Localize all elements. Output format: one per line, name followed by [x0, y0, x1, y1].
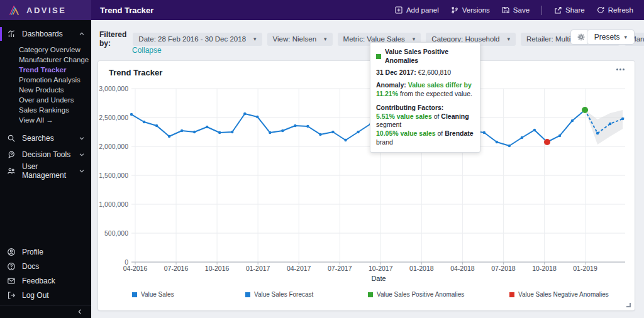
x-axis-label: 10-2018	[532, 265, 557, 272]
user-management-icon	[7, 167, 16, 175]
data-point-marker[interactable]	[357, 131, 359, 133]
decision-tools-icon	[7, 150, 16, 159]
chip-label: Date: 28 Feb 2016 - 30 Dec 2018	[138, 35, 246, 43]
sidebar-nav: DashboardsCategory OverviewManufacturer …	[0, 20, 91, 179]
sidebar-item-promotion-analysis[interactable]: Promotion Analysis	[0, 75, 91, 85]
negative-anomaly-marker[interactable]	[544, 139, 550, 145]
button-label: Versions	[462, 6, 490, 14]
tooltip-factors: 5.51% value sales of Cleaning segment10.…	[376, 112, 474, 147]
data-point-marker[interactable]	[130, 113, 133, 116]
caret-down-icon: ▾	[253, 36, 257, 42]
logo-text: ADVISE	[26, 6, 66, 15]
data-point-marker[interactable]	[231, 131, 233, 133]
data-point-marker[interactable]	[319, 133, 321, 136]
data-point-marker[interactable]	[218, 131, 221, 134]
data-point-marker[interactable]	[256, 116, 258, 118]
collapse-filters-link[interactable]: Collapse	[132, 46, 162, 55]
docs-icon	[7, 262, 16, 271]
app-logo[interactable]: ADVISE	[0, 0, 91, 20]
data-point-marker[interactable]	[521, 136, 523, 139]
versions-button[interactable]: Versions	[451, 6, 490, 14]
positive-anomaly-swatch	[376, 54, 381, 59]
data-point-marker[interactable]	[180, 129, 183, 132]
search-icon	[7, 134, 16, 143]
sidebar-item-user-management[interactable]: User Management	[0, 163, 91, 179]
topbar-divider	[541, 6, 542, 15]
data-point-marker[interactable]	[269, 131, 271, 134]
sidebar-item-manufacturer-change[interactable]: Manufacturer Change	[0, 55, 91, 65]
y-axis-label: 500,000	[104, 229, 128, 237]
x-axis-label: 01-2017	[246, 265, 270, 272]
panel-resize-handle[interactable]	[626, 303, 631, 307]
save-button[interactable]: Save	[502, 6, 530, 14]
share-icon	[554, 6, 562, 14]
sidebar-item-searches[interactable]: Searches	[0, 130, 91, 146]
data-point-marker[interactable]	[331, 131, 334, 133]
data-point-marker[interactable]	[243, 112, 246, 115]
legend-item-value-sales-forecast[interactable]: Value Sales Forecast	[245, 291, 313, 298]
sidebar-item-dashboards[interactable]: Dashboards	[0, 26, 91, 42]
versions-icon	[451, 6, 458, 14]
add-panel-button[interactable]: Add panel	[395, 6, 439, 14]
tooltip-anomaly-line: Anomaly: Value sales differ by 11.21% fr…	[376, 81, 474, 98]
sidebar-item-label: Log Out	[22, 291, 85, 300]
data-point-marker[interactable]	[294, 124, 296, 127]
profile-icon	[7, 248, 16, 256]
data-point-marker[interactable]	[344, 139, 347, 141]
sidebar-collapse-button[interactable]	[0, 305, 91, 318]
data-point-marker[interactable]	[508, 145, 511, 147]
x-axis-label: 10-2017	[369, 265, 393, 272]
data-point-marker[interactable]	[571, 119, 574, 122]
data-point-marker[interactable]	[306, 125, 309, 128]
sidebar-item-docs[interactable]: Docs	[0, 259, 91, 273]
data-point-marker[interactable]	[281, 129, 284, 132]
data-point-marker[interactable]	[206, 126, 208, 128]
sidebar-item-view-all[interactable]: View All →	[0, 115, 91, 125]
positive-anomaly-marker[interactable]	[582, 107, 588, 113]
legend-item-value-sales-positive-anomalies[interactable]: Value Sales Positive Anomalies	[368, 291, 464, 298]
refresh-button[interactable]: Refresh	[597, 6, 633, 14]
forecast-point-marker[interactable]	[621, 118, 625, 121]
logout-icon	[7, 291, 16, 300]
caret-down-icon: ▾	[324, 36, 327, 42]
sidebar-item-profile[interactable]: Profile	[0, 244, 91, 259]
forecast-point-marker[interactable]	[609, 123, 612, 126]
sidebar-footer: ProfileDocsFeedbackLog Out	[0, 244, 91, 302]
tooltip-factor-line: 5.51% value sales of Cleaning segment	[376, 112, 474, 129]
sidebar-item-sales-rankings[interactable]: Sales Rankings	[0, 105, 91, 115]
data-point-marker[interactable]	[143, 121, 145, 123]
data-point-marker[interactable]	[168, 135, 170, 138]
presets-button[interactable]: Presets ▾	[587, 30, 635, 45]
data-point-marker[interactable]	[483, 131, 486, 134]
sidebar-item-decision-tools[interactable]: Decision Tools	[0, 146, 91, 163]
chip-label: View: Nielsen	[273, 35, 316, 43]
data-point-marker[interactable]	[193, 131, 196, 133]
sidebar-item-log-out[interactable]: Log Out	[0, 288, 91, 302]
legend-item-value-sales[interactable]: Value Sales	[132, 291, 174, 298]
sidebar-item-feedback[interactable]: Feedback	[0, 273, 91, 288]
data-point-marker[interactable]	[496, 141, 498, 143]
share-button[interactable]: Share	[554, 6, 585, 14]
legend-item-value-sales-negative-anomalies[interactable]: Value Sales Negative Anomalies	[509, 291, 609, 298]
data-point-marker[interactable]	[533, 129, 536, 131]
data-point-marker[interactable]	[558, 134, 561, 137]
filter-chip-view[interactable]: View: Nielsen▾	[267, 33, 333, 46]
legend-label: Value Sales	[141, 291, 174, 298]
forecast-point-marker[interactable]	[596, 132, 599, 135]
caret-down-icon: ▾	[413, 36, 416, 42]
sidebar-item-trend-tracker[interactable]: Trend Tracker	[0, 65, 91, 75]
sidebar-item-label: Profile	[22, 248, 85, 256]
data-point-marker[interactable]	[155, 124, 158, 127]
trend-line-chart: 0500,0001,000,0001,500,0002,000,0002,500…	[98, 61, 635, 310]
sidebar-item-new-products[interactable]: New Products	[0, 85, 91, 95]
sidebar-item-category-overview[interactable]: Category Overview	[0, 45, 91, 55]
sidebar-item-label: User Management	[22, 162, 72, 180]
y-axis-label: 2,500,000	[99, 114, 128, 121]
chevron-left-icon	[77, 309, 83, 315]
page-title: Trend Tracker	[100, 6, 153, 15]
filter-chip-date[interactable]: Date: 28 Feb 2016 - 30 Dec 2018▾	[133, 33, 262, 46]
presets-label: Presets	[594, 33, 620, 41]
sidebar-item-over-and-unders[interactable]: Over and Unders	[0, 95, 91, 105]
x-axis-label: 04-2016	[123, 265, 148, 272]
chart-tooltip: Value Sales Positive Anomalies 31 Dec 20…	[370, 42, 480, 153]
